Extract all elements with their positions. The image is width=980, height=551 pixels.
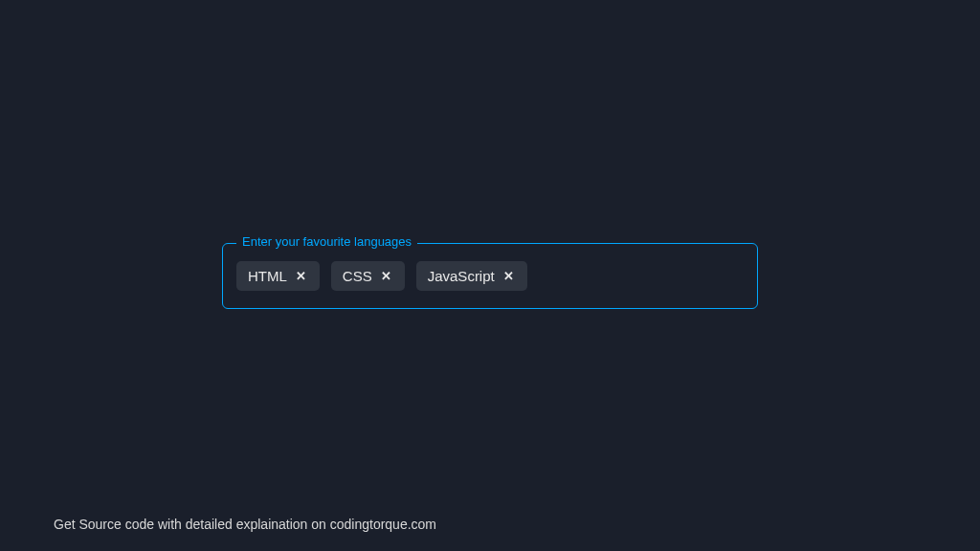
close-icon[interactable]: ✕ xyxy=(502,269,516,282)
tag-label: CSS xyxy=(343,268,372,284)
close-icon[interactable]: ✕ xyxy=(380,269,393,282)
tag-input-label: Enter your favourite languages xyxy=(236,234,417,249)
close-icon[interactable]: ✕ xyxy=(295,269,308,282)
tag-text-input[interactable] xyxy=(539,268,744,284)
tags-wrapper: HTML ✕ CSS ✕ JavaScript ✕ xyxy=(236,261,744,291)
tag-input-container[interactable]: Enter your favourite languages HTML ✕ CS… xyxy=(222,243,758,309)
tag-label: JavaScript xyxy=(428,268,495,284)
tag-item: JavaScript ✕ xyxy=(416,261,527,291)
tag-item: HTML ✕ xyxy=(236,261,320,291)
tag-label: HTML xyxy=(248,268,287,284)
footer-attribution: Get Source code with detailed explainati… xyxy=(54,517,436,532)
tag-item: CSS ✕ xyxy=(331,261,405,291)
